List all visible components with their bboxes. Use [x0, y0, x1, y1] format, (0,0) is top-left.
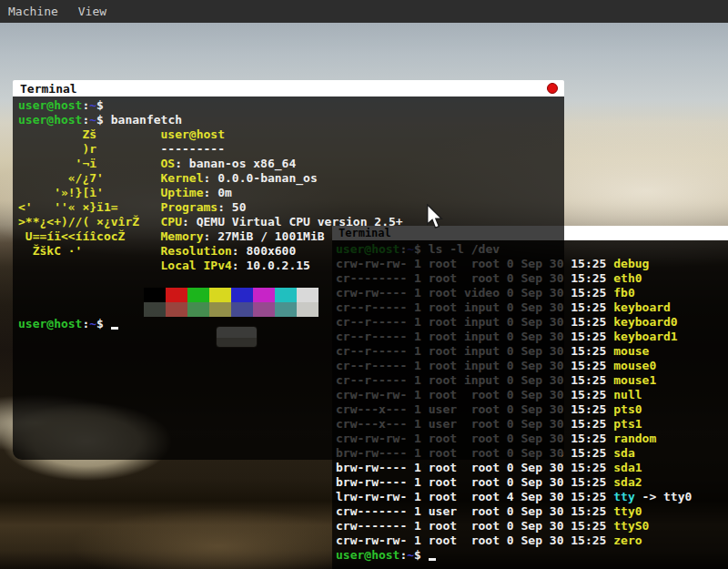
ls-row: lrw-rw-rw- 1 root root 4 Sep 30 15:25 tt…: [336, 490, 728, 504]
fetch-line: '»!}[ì' Uptime: 0m: [18, 186, 564, 200]
palette-cell: [231, 302, 253, 317]
prompt-line: user@host:~$: [18, 98, 564, 113]
vm-menu-bar: Machine View: [0, 0, 728, 23]
palette-cell: [253, 288, 275, 302]
terminal-window-front: Terminal user@host:~$user@host:~$ bananf…: [13, 80, 564, 460]
palette-cell: [187, 302, 209, 317]
fetch-line: <' ''« ×}ï1= Programs: 50: [18, 200, 564, 215]
mouse-cursor-arrow-icon: [426, 204, 443, 229]
blank-line: [18, 273, 564, 288]
ls-row: brw-rw---- 1 root root 0 Sep 30 15:25 sd…: [336, 475, 728, 490]
palette-row: [18, 288, 564, 302]
palette-row: [18, 302, 564, 317]
palette-cell: [297, 302, 318, 317]
text-cursor: [429, 548, 436, 561]
palette-cell: [231, 288, 253, 302]
fetch-line: ŽškC ·' Resolution: 800x600: [18, 244, 564, 259]
front-terminal-content[interactable]: user@host:~$user@host:~$ bananfetch Zš u…: [13, 97, 564, 460]
fetch-line: Zš user@host: [18, 127, 564, 142]
palette-cell: [209, 288, 231, 302]
fetch-line: «/¿7' Kernel: 0.0.0-banan_os: [18, 171, 564, 186]
text-cursor: [111, 317, 118, 330]
palette-cell: [253, 302, 275, 317]
fetch-line: U==íï<<ííîcocŽ Memory: 27MiB / 1001MiB: [18, 229, 564, 244]
prompt-line-cursor: user@host:~$: [336, 548, 728, 563]
menu-item-machine[interactable]: Machine: [0, 0, 68, 23]
palette-cell: [297, 288, 318, 302]
palette-cell: [144, 288, 166, 302]
desktop: { "menu_bar": { "items": ["Machine", "Vi…: [0, 0, 728, 569]
palette-cell: [275, 288, 297, 302]
fetch-line: '¬ï OS: banan-os x86_64: [18, 157, 564, 171]
fetch-line: )r ---------: [18, 142, 564, 157]
palette-cell: [166, 288, 187, 302]
ls-row: crw------- 1 root root 0 Sep 30 15:25 tt…: [336, 519, 728, 533]
front-terminal-title: Terminal: [13, 82, 77, 96]
ls-row: crw------- 1 user root 0 Sep 30 15:25 tt…: [336, 504, 728, 519]
palette-cell: [144, 302, 166, 317]
fetch-line: Local IPv4: 10.0.2.15: [18, 259, 564, 273]
ls-row: brw-rw---- 1 root root 0 Sep 30 15:25 sd…: [336, 461, 728, 475]
ls-row: crw-rw-rw- 1 root root 0 Sep 30 15:25 ze…: [336, 533, 728, 548]
command-line: user@host:~$ bananfetch: [18, 113, 564, 127]
menu-item-view[interactable]: View: [68, 0, 116, 23]
close-button[interactable]: [547, 83, 558, 94]
prompt-line-cursor: user@host:~$: [18, 317, 564, 331]
palette-cell: [209, 302, 231, 317]
palette-cell: [275, 302, 297, 317]
fetch-line: >**¿<+)//( ×¿vîrŽ CPU: QEMU Virtual CPU …: [18, 215, 564, 229]
palette-cell: [187, 288, 209, 302]
palette-cell: [166, 302, 187, 317]
front-terminal-titlebar[interactable]: Terminal: [13, 80, 564, 97]
